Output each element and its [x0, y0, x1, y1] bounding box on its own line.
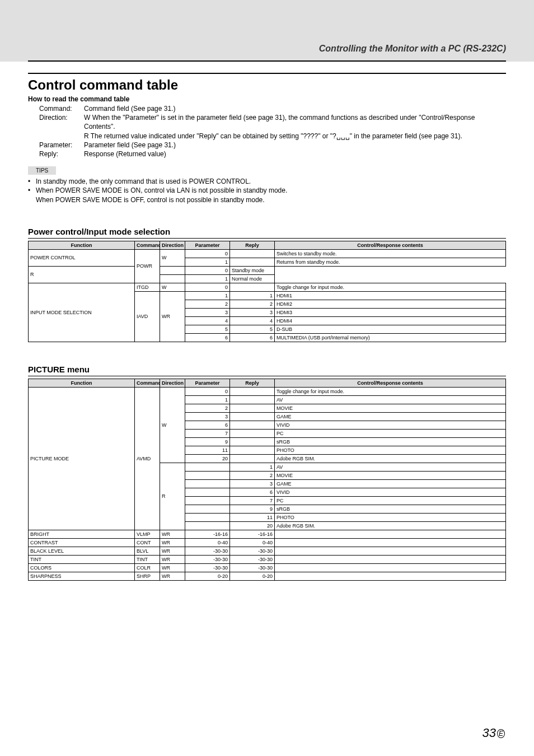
- howto-title: How to read the command table: [28, 95, 506, 103]
- cell-command: ITGD: [135, 283, 160, 291]
- cell-command: IAVD: [135, 291, 160, 342]
- tips-text: When POWER SAVE MODE is ON, control via …: [36, 186, 287, 195]
- cell-reply: 3: [230, 479, 275, 488]
- cell-content: Toggle change for input mode.: [275, 387, 506, 395]
- column-header: Direction: [160, 241, 185, 249]
- cell-reply: [230, 454, 275, 463]
- cell-reply: [230, 395, 275, 404]
- cell-direction: W: [160, 283, 185, 291]
- cell-direction: WR: [160, 563, 185, 572]
- cell-reply: 7: [230, 496, 275, 505]
- tips-text: When POWER SAVE MODE is OFF, control is …: [36, 195, 265, 204]
- tips-list: •In standby mode, the only command that …: [28, 177, 506, 204]
- picture-menu-table: FunctionCommandDirectionParameterReplyCo…: [28, 379, 506, 581]
- table-row: TINTTINTWR-30-30-30-30: [29, 555, 506, 563]
- cell-reply: 11: [230, 513, 275, 521]
- power-control-table: FunctionCommandDirectionParameterReplyCo…: [28, 241, 506, 342]
- howto-value: Response (Returned value): [84, 150, 506, 158]
- cell-parameter: [185, 479, 230, 488]
- cell-command: BLVL: [135, 547, 160, 555]
- cell-reply: [230, 412, 275, 421]
- howto-value: R The returned value indicated under "Re…: [84, 132, 506, 141]
- table-row: R0Standby mode: [29, 266, 506, 274]
- cell-reply: [230, 387, 275, 395]
- cell-parameter: 3: [185, 412, 230, 421]
- cell-direction: W: [160, 387, 185, 463]
- cell-reply: -16-16: [230, 530, 275, 538]
- column-header: Reply: [230, 379, 275, 387]
- cell-reply: 2: [230, 471, 275, 479]
- column-header: Function: [29, 241, 135, 249]
- column-header: Control/Response contents: [275, 379, 506, 387]
- cell-reply: 4: [230, 316, 275, 325]
- cell-command: AVMD: [135, 387, 160, 530]
- cell-content: Adobe RGB SIM.: [275, 454, 506, 463]
- cell-function: COLORS: [29, 563, 135, 572]
- cell-reply: [230, 283, 275, 291]
- cell-reply: [230, 404, 275, 412]
- bullet-icon: [28, 195, 36, 204]
- cell-parameter: 1: [185, 291, 230, 300]
- tips-text: In standby mode, the only command that i…: [36, 177, 251, 186]
- cell-content: Returns from standby mode.: [275, 258, 506, 266]
- cell-content: HDMI2: [275, 300, 506, 308]
- cell-reply: 1: [230, 291, 275, 300]
- cell-content: D-SUB: [275, 325, 506, 333]
- cell-command: CONT: [135, 538, 160, 547]
- cell-reply: 6: [230, 333, 275, 342]
- cell-content: AV: [275, 463, 506, 471]
- cell-parameter: 1: [185, 395, 230, 404]
- cell-direction: WR: [160, 555, 185, 563]
- cell-command: VLMP: [135, 530, 160, 538]
- cell-command: POWR: [135, 249, 160, 283]
- cell-content: Adobe RGB SIM.: [275, 521, 506, 530]
- cell-parameter: 7: [185, 429, 230, 437]
- cell-function: TINT: [29, 555, 135, 563]
- cell-content: HDMI3: [275, 308, 506, 316]
- cell-content: MOVIE: [275, 471, 506, 479]
- cell-content: PHOTO: [275, 446, 506, 454]
- cell-parameter: 9: [185, 437, 230, 446]
- column-header: Function: [29, 379, 135, 387]
- cell-function: BRIGHT: [29, 530, 135, 538]
- cell-direction: R: [160, 463, 185, 530]
- cell-parameter: 2: [185, 404, 230, 412]
- cell-parameter: 6: [185, 333, 230, 342]
- cell-content: Standby mode: [230, 266, 275, 274]
- howto-value: Command field (See page 31.): [84, 104, 506, 113]
- cell-parameter: [185, 488, 230, 496]
- cell-reply: -30-30: [230, 555, 275, 563]
- cell-parameter: [185, 521, 230, 530]
- cell-reply: [230, 421, 275, 429]
- cell-parameter: 3: [185, 308, 230, 316]
- cell-parameter: 2: [185, 300, 230, 308]
- cell-function: CONTRAST: [29, 538, 135, 547]
- cell-content: PHOTO: [275, 513, 506, 521]
- cell-reply: [230, 249, 275, 258]
- table-row: COLORSCOLRWR-30-30-30-30: [29, 563, 506, 572]
- cell-parameter: 6: [185, 421, 230, 429]
- cell-content: GAME: [275, 412, 506, 421]
- cell-parameter: 0-20: [185, 572, 230, 580]
- column-header: Command: [135, 241, 160, 249]
- cell-function: POWER CONTROL: [29, 249, 135, 266]
- howto-value: Parameter field (See page 31.): [84, 141, 506, 150]
- cell-direction: WR: [160, 530, 185, 538]
- cell-parameter: -30-30: [185, 563, 230, 572]
- cell-direction: WR: [160, 547, 185, 555]
- cell-content: GAME: [275, 479, 506, 488]
- cell-parameter: [185, 471, 230, 479]
- cell-content: MOVIE: [275, 404, 506, 412]
- tips-label: TIPS: [28, 166, 56, 175]
- table-row: SHARPNESSSHRPWR0-200-20: [29, 572, 506, 580]
- cell-reply: [230, 258, 275, 266]
- table-row: BLACK LEVELBLVLWR-30-30-30-30: [29, 547, 506, 555]
- cell-content: PC: [275, 429, 506, 437]
- column-header: Control/Response contents: [275, 241, 506, 249]
- cell-parameter: 11: [185, 446, 230, 454]
- cell-content: VIVID: [275, 488, 506, 496]
- cell-reply: 1: [230, 463, 275, 471]
- cell-content: Toggle change for input mode.: [275, 283, 506, 291]
- cell-direction: WR: [160, 291, 185, 342]
- howto-value: W When the "Parameter" is set in the par…: [84, 113, 506, 131]
